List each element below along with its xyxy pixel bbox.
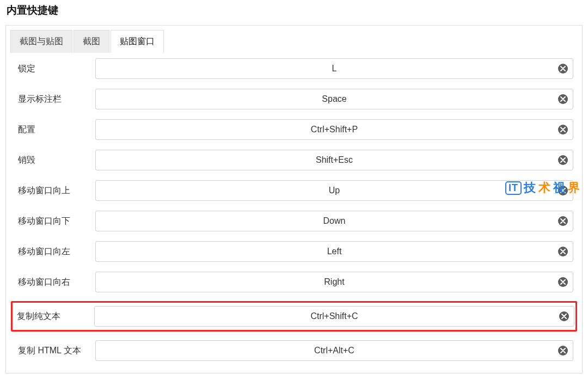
shortcut-input-wrap: [95, 150, 573, 170]
shortcut-label: 锁定: [15, 63, 91, 75]
tab-0[interactable]: 截图与贴图: [10, 30, 72, 53]
shortcut-row: 锁定: [14, 57, 574, 80]
clear-icon[interactable]: [558, 277, 568, 287]
shortcut-input-wrap: [95, 180, 573, 201]
shortcut-label: 显示标注栏: [15, 94, 91, 105]
clear-icon[interactable]: [558, 247, 568, 256]
tabs: 截图与贴图截图贴图窗口: [10, 30, 578, 57]
shortcut-input[interactable]: [95, 89, 573, 109]
shortcut-row: 移动窗口向下: [14, 210, 574, 232]
page-title: 内置快捷键: [5, 0, 583, 25]
shortcut-input[interactable]: [95, 150, 573, 170]
shortcut-input-wrap: [95, 211, 573, 231]
shortcut-rows: 锁定显示标注栏配置销毁移动窗口向上移动窗口向下移动窗口向左移动窗口向右复制纯文本…: [10, 57, 578, 362]
shortcut-input-wrap: [95, 272, 573, 292]
shortcut-row: 移动窗口向右: [14, 271, 574, 293]
shortcut-input-wrap: [95, 119, 573, 140]
clear-icon[interactable]: [558, 125, 568, 134]
clear-icon[interactable]: [558, 216, 568, 226]
shortcut-input[interactable]: [95, 119, 573, 140]
shortcut-row: 销毁: [14, 149, 574, 171]
shortcut-row: 配置: [14, 118, 574, 141]
shortcut-label: 复制纯文本: [14, 311, 90, 322]
shortcut-label: 复制 HTML 文本: [15, 345, 91, 357]
shortcut-input[interactable]: [94, 306, 574, 327]
shortcut-input[interactable]: [95, 272, 573, 292]
shortcut-input[interactable]: [95, 180, 573, 201]
shortcut-label: 移动窗口向左: [15, 246, 91, 258]
clear-icon[interactable]: [558, 64, 568, 73]
shortcut-label: 移动窗口向上: [15, 185, 91, 197]
shortcut-input-wrap: [95, 89, 573, 109]
shortcut-input-wrap: [95, 241, 573, 262]
shortcut-row: 移动窗口向左: [14, 240, 574, 263]
shortcut-input[interactable]: [95, 58, 573, 79]
shortcut-input-wrap: [95, 340, 573, 361]
clear-icon[interactable]: [558, 94, 568, 104]
shortcut-row: 复制纯文本: [11, 301, 577, 332]
clear-icon[interactable]: [559, 311, 569, 321]
shortcut-panel: 截图与贴图截图贴图窗口 锁定显示标注栏配置销毁移动窗口向上移动窗口向下移动窗口向…: [5, 25, 583, 373]
clear-icon[interactable]: [558, 155, 568, 165]
clear-icon[interactable]: [558, 346, 568, 356]
shortcut-input[interactable]: [95, 241, 573, 262]
shortcut-label: 销毁: [15, 155, 91, 166]
tab-1[interactable]: 截图: [74, 30, 109, 53]
tab-2[interactable]: 贴图窗口: [111, 30, 164, 53]
shortcut-input[interactable]: [95, 340, 573, 361]
shortcut-row: 显示标注栏: [14, 88, 574, 111]
shortcut-label: 移动窗口向右: [15, 277, 91, 288]
shortcut-label: 配置: [15, 124, 91, 136]
shortcut-row: 移动窗口向上: [14, 179, 574, 202]
shortcut-row: 复制 HTML 文本: [14, 339, 574, 362]
clear-icon[interactable]: [558, 186, 568, 195]
shortcut-label: 移动窗口向下: [15, 216, 91, 227]
shortcut-input[interactable]: [95, 211, 573, 231]
shortcut-input-wrap: [94, 306, 574, 327]
shortcut-input-wrap: [95, 58, 573, 79]
